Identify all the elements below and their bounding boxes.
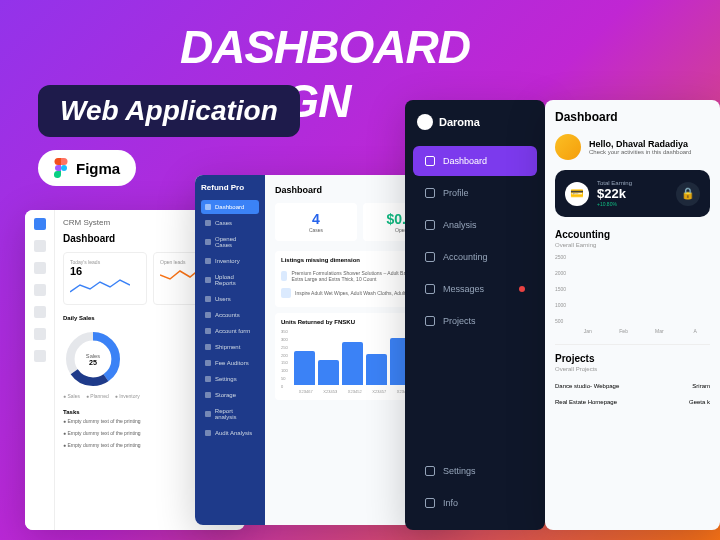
refund-nav-item[interactable]: Account form	[201, 324, 259, 338]
svg-text:Sales: Sales	[86, 353, 100, 359]
grid-icon	[205, 204, 211, 210]
refund-nav-item[interactable]: Cases	[201, 216, 259, 230]
crm-nav-dashboard[interactable]	[34, 218, 46, 230]
daroma-sidebar: Daroma Dashboard Profile Analysis Accoun…	[405, 100, 545, 530]
earning-value: $22k	[597, 186, 632, 201]
refund-nav-item[interactable]: Report analysis	[201, 404, 259, 424]
daroma-nav-analysis[interactable]: Analysis	[413, 210, 537, 240]
crm-nav-item[interactable]	[34, 262, 46, 274]
avatar[interactable]	[555, 134, 581, 160]
crm-nav-item[interactable]	[34, 240, 46, 252]
refund-nav-dashboard[interactable]: Dashboard	[201, 200, 259, 214]
refund-nav-item[interactable]: Upload Reports	[201, 270, 259, 290]
figma-badge: Figma	[38, 150, 136, 186]
dash-title: Dashboard	[555, 110, 710, 124]
dashboard-panel: Dashboard Hello, Dhaval Radadiya Check y…	[545, 100, 720, 530]
refund-brand: Refund Pro	[201, 183, 259, 192]
subtitle-badge: Web Application	[38, 85, 300, 137]
svg-point-0	[61, 165, 67, 171]
product-icon	[281, 271, 287, 281]
crm-card-leads[interactable]: Today's leads 16	[63, 252, 147, 305]
chart-icon	[425, 220, 435, 230]
daroma-nav-info[interactable]: Info	[413, 488, 537, 518]
figma-icon	[54, 158, 68, 178]
project-row[interactable]: Real Estate HomepageGeeta k	[555, 394, 710, 410]
earning-growth: +10.80%	[597, 201, 632, 207]
daroma-logo-icon	[417, 114, 433, 130]
projects-sub: Overall Projects	[555, 366, 710, 372]
gear-icon	[425, 466, 435, 476]
crm-nav-item[interactable]	[34, 350, 46, 362]
x-axis: Jan Feb Mar A	[555, 328, 710, 334]
daroma-brand: Daroma	[405, 100, 545, 144]
daroma-nav-messages[interactable]: Messages	[413, 274, 537, 304]
refund-nav-item[interactable]: Inventory	[201, 254, 259, 268]
donut-chart: Sales 25	[63, 329, 123, 389]
crm-sidebar	[25, 210, 55, 530]
refund-nav-item[interactable]: Storage	[201, 388, 259, 402]
refund-nav-item[interactable]: Accounts	[201, 308, 259, 322]
user-icon	[425, 188, 435, 198]
wallet-icon: 💳	[565, 182, 589, 206]
lock-icon: 🔒	[676, 182, 700, 206]
greeting-sub: Check your activities in this dashboard	[589, 149, 691, 155]
info-icon	[425, 498, 435, 508]
wallet-icon	[425, 252, 435, 262]
crm-card-value: 16	[70, 265, 140, 277]
refund-nav-item[interactable]: Settings	[201, 372, 259, 386]
crm-nav-item[interactable]	[34, 284, 46, 296]
y-axis: 350300250200150100500	[281, 329, 290, 389]
refund-nav-item[interactable]: Users	[201, 292, 259, 306]
daroma-nav-projects[interactable]: Projects	[413, 306, 537, 336]
daroma-nav-settings[interactable]: Settings	[413, 456, 537, 486]
refund-nav-item[interactable]: Fee Auditors	[201, 356, 259, 370]
message-icon	[425, 284, 435, 294]
notification-dot-icon	[519, 286, 525, 292]
daroma-nav-dashboard[interactable]: Dashboard	[413, 146, 537, 176]
refund-nav-item[interactable]: Opened Cases	[201, 232, 259, 252]
edit-icon	[425, 316, 435, 326]
accounting-sub: Overall Earning	[555, 242, 710, 248]
greeting-name: Hello, Dhaval Radadiya	[589, 139, 691, 149]
y-axis: 2500200015001000500	[555, 254, 566, 324]
accounting-chart	[570, 254, 588, 324]
earning-card[interactable]: 💳 Total Earning $22k +10.80% 🔒	[555, 170, 710, 217]
figma-label: Figma	[76, 160, 120, 177]
refund-sidebar: Refund Pro Dashboard Cases Opened Cases …	[195, 175, 265, 525]
daroma-nav-profile[interactable]: Profile	[413, 178, 537, 208]
svg-text:25: 25	[89, 359, 97, 367]
stat-cases[interactable]: 4Cases	[275, 203, 357, 241]
project-row[interactable]: Dance studio- WebpageSriram	[555, 378, 710, 394]
refund-nav-item[interactable]: Audit Analysis	[201, 426, 259, 440]
product-icon	[281, 288, 291, 298]
crm-nav-item[interactable]	[34, 306, 46, 318]
daroma-nav-accounting[interactable]: Accounting	[413, 242, 537, 272]
crm-nav-item[interactable]	[34, 328, 46, 340]
refund-nav-item[interactable]: Shipment	[201, 340, 259, 354]
accounting-title: Accounting	[555, 229, 710, 240]
grid-icon	[425, 156, 435, 166]
projects-title: Projects	[555, 353, 710, 364]
